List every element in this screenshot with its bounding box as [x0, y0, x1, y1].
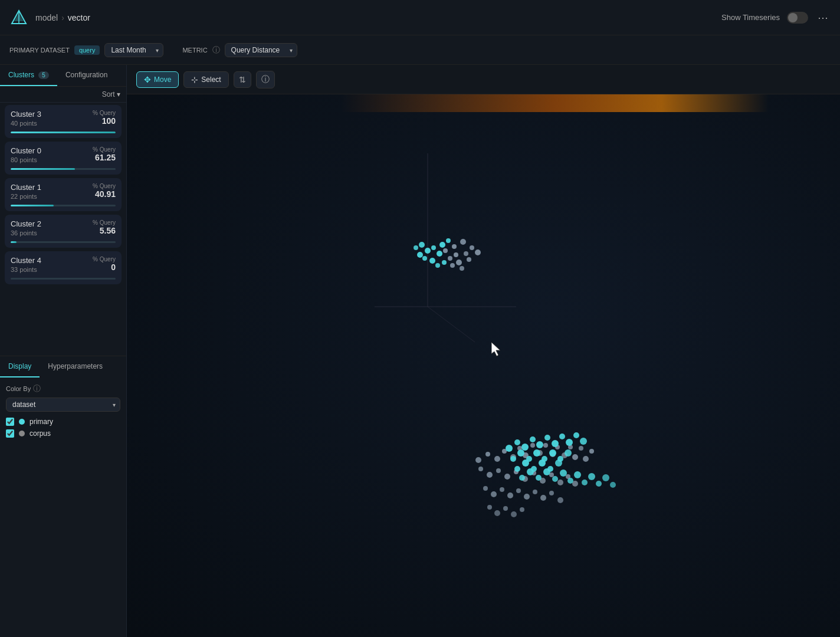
svg-point-95	[522, 459, 529, 467]
cluster-card-0[interactable]: Cluster 0 80 points % Query 61.25	[5, 142, 122, 175]
legend-checkbox-primary[interactable]	[6, 418, 14, 426]
svg-point-73	[511, 511, 517, 517]
cluster-3-bar-bg	[11, 132, 116, 133]
svg-point-65	[524, 494, 530, 500]
svg-point-22	[425, 248, 431, 254]
breadcrumb-parent[interactable]: model	[35, 13, 58, 22]
svg-point-76	[514, 439, 520, 445]
color-by-info-icon[interactable]: ⓘ	[33, 383, 41, 394]
svg-point-37	[530, 443, 535, 448]
svg-point-50	[496, 468, 501, 473]
cluster-4-metric-label: % Query	[93, 256, 116, 262]
svg-point-28	[414, 245, 418, 250]
svg-point-80	[544, 435, 550, 441]
cluster-0-bar-fill	[11, 168, 75, 170]
svg-point-99	[555, 459, 562, 467]
color-by-select-wrapper: dataset cluster label	[6, 398, 120, 412]
svg-point-67	[540, 495, 546, 501]
move-button[interactable]: ✥ Move	[136, 71, 179, 88]
metric-select-wrapper: Query Distance Euclidean Cosine	[225, 43, 297, 57]
header-right: Show Timeseries ⋯	[721, 9, 831, 27]
svg-point-27	[417, 252, 423, 258]
svg-point-7	[452, 244, 457, 249]
tab-hyperparameters[interactable]: Hyperparameters	[40, 356, 111, 377]
color-by-label: Color By ⓘ	[6, 383, 120, 394]
svg-point-13	[470, 245, 474, 250]
top-gradient-decoration	[127, 94, 840, 112]
cluster-card-2[interactable]: Cluster 2 36 points % Query 5.56	[5, 215, 122, 248]
tab-clusters[interactable]: Clusters 5	[0, 65, 57, 86]
svg-point-97	[539, 459, 546, 467]
query-tag-badge: query	[74, 45, 100, 55]
svg-point-47	[589, 449, 594, 454]
sidebar: Clusters 5 Configuration Sort ▾ Cluster …	[0, 65, 127, 637]
legend-label-primary: primary	[29, 418, 53, 426]
cluster-1-points: 22 points	[11, 193, 41, 200]
svg-point-109	[588, 473, 595, 480]
svg-point-16	[460, 266, 464, 271]
cluster-4-name: Cluster 4	[11, 256, 41, 265]
breadcrumb-separator: ›	[61, 13, 64, 22]
svg-point-69	[557, 497, 563, 503]
svg-point-21	[446, 238, 451, 243]
filter-button[interactable]: ⇅	[234, 71, 251, 88]
svg-point-6	[443, 248, 448, 253]
select-icon: ⊹	[191, 75, 198, 84]
svg-point-29	[419, 242, 425, 248]
cluster-0-points: 80 points	[11, 156, 41, 163]
cluster-card-1[interactable]: Cluster 1 22 points % Query 40.91	[5, 178, 122, 211]
sort-button[interactable]: Sort ▾	[102, 90, 120, 98]
cluster-1-bar-fill	[11, 205, 54, 206]
cluster-2-bar-bg	[11, 241, 116, 243]
cluster-card-4[interactable]: Cluster 4 33 points % Query 0	[5, 251, 122, 284]
svg-point-15	[467, 257, 471, 262]
svg-point-8	[460, 239, 466, 245]
svg-point-105	[560, 469, 567, 477]
svg-point-112	[610, 482, 616, 488]
svg-point-68	[549, 491, 554, 495]
move-icon: ✥	[144, 75, 151, 84]
primary-dataset-label: primary dataset	[9, 47, 70, 54]
svg-point-61	[491, 491, 497, 497]
timeseries-toggle[interactable]	[787, 12, 808, 24]
svg-point-57	[557, 480, 563, 485]
tab-configuration[interactable]: Configuration	[57, 65, 116, 86]
svg-point-17	[450, 263, 455, 268]
metric-info-icon[interactable]: ⓘ	[212, 45, 220, 55]
svg-point-103	[543, 468, 550, 475]
color-by-select[interactable]: dataset cluster label	[6, 398, 120, 412]
svg-point-48	[478, 467, 483, 471]
select-button[interactable]: ⊹ Select	[183, 71, 228, 88]
svg-point-111	[602, 474, 609, 481]
legend-dot-primary	[19, 419, 25, 425]
svg-point-20	[439, 242, 445, 248]
svg-point-87	[517, 449, 524, 457]
svg-point-14	[475, 249, 481, 255]
svg-point-86	[510, 456, 516, 462]
more-options-button[interactable]: ⋯	[815, 9, 831, 27]
dataset-select[interactable]: Last Month Last Week Last Day	[104, 43, 163, 57]
metric-select[interactable]: Query Distance Euclidean Cosine	[225, 43, 297, 57]
svg-point-94	[514, 466, 520, 472]
info-button[interactable]: ⓘ	[256, 71, 275, 88]
svg-point-64	[516, 488, 521, 493]
main-toolbar: primary dataset query Last Month Last We…	[0, 35, 840, 65]
cluster-list: Cluster 3 40 points % Query 100 Cluster	[0, 103, 126, 356]
tab-display[interactable]: Display	[0, 356, 40, 377]
legend-label-corpus: corpus	[29, 429, 51, 438]
svg-point-60	[483, 486, 488, 491]
viz-canvas[interactable]	[127, 94, 840, 637]
svg-point-83	[566, 439, 573, 446]
svg-point-110	[596, 481, 602, 487]
cluster-card-3[interactable]: Cluster 3 40 points % Query 100	[5, 105, 122, 138]
svg-point-79	[536, 441, 543, 448]
cluster-2-name: Cluster 2	[11, 219, 41, 228]
legend-checkbox-corpus[interactable]	[6, 429, 14, 438]
svg-point-11	[456, 260, 462, 265]
svg-line-5	[428, 307, 475, 342]
show-timeseries-label: Show Timeseries	[721, 13, 780, 22]
cluster-0-name: Cluster 0	[11, 146, 41, 155]
svg-point-93	[565, 449, 572, 457]
cluster-4-bar-bg	[11, 278, 116, 280]
svg-point-25	[435, 263, 440, 268]
